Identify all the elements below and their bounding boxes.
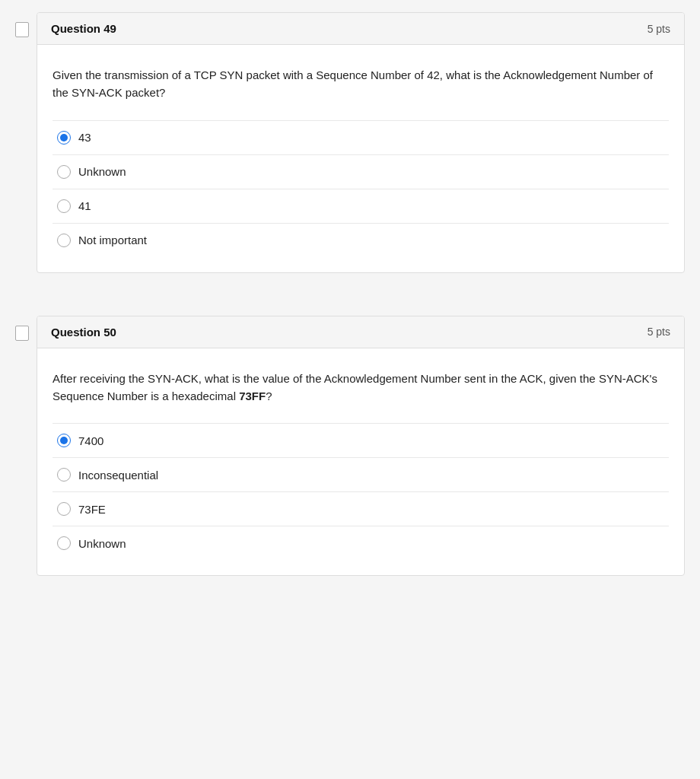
radio-50-b[interactable] [57,468,71,482]
radio-49-d[interactable] [57,234,71,247]
bookmark-49-icon[interactable] [15,22,29,37]
question-50-text-before: After receiving the SYN-ACK, what is the… [52,372,657,402]
radio-49-a[interactable] [57,131,71,145]
question-50-option-c[interactable]: 73FE [52,491,669,526]
question-50-text: After receiving the SYN-ACK, what is the… [52,370,669,405]
option-49-d-label: Not important [78,234,147,246]
question-50-option-b[interactable]: Inconsequential [52,457,669,491]
bookmark-50-icon[interactable] [15,326,29,341]
question-50-text-after: ? [266,390,272,402]
option-49-b-label: Unknown [78,165,126,178]
option-50-d-label: Unknown [78,537,126,550]
question-49-option-c[interactable]: 41 [52,189,669,223]
question-49-option-d[interactable]: Not important [52,223,669,257]
question-50-options: 7400 Inconsequential 73FE Unknown [52,423,669,560]
question-50-option-d[interactable]: Unknown [52,526,669,560]
radio-49-b[interactable] [57,165,71,179]
question-49-pts: 5 pts [648,23,670,35]
question-49-option-a[interactable]: 43 [52,120,669,154]
radio-50-a-inner [60,437,68,444]
question-49-card: Question 49 5 pts Given the transmission… [37,12,685,273]
question-50-title: Question 50 [51,326,116,339]
question-49-wrapper: Question 49 5 pts Given the transmission… [15,12,685,294]
question-50-text-bold: 73FF [239,390,266,402]
radio-50-d[interactable] [57,536,71,550]
option-50-a-label: 7400 [78,434,103,447]
option-49-a-label: 43 [78,131,91,144]
question-50-wrapper: Question 50 5 pts After receiving the SY… [15,316,685,598]
question-49-title: Question 49 [51,22,116,35]
radio-50-a[interactable] [57,434,71,447]
question-49-header: Question 49 5 pts [37,13,684,45]
question-49-body: Given the transmission of a TCP SYN pack… [37,45,684,272]
question-49-options: 43 Unknown 41 Not important [52,120,669,257]
option-50-b-label: Inconsequential [78,469,158,482]
question-49-text: Given the transmission of a TCP SYN pack… [52,66,669,102]
question-50-card: Question 50 5 pts After receiving the SY… [37,316,685,577]
question-50-header: Question 50 5 pts [37,316,684,348]
question-50-header-left: Question 50 [51,326,116,339]
question-50-pts: 5 pts [648,326,670,338]
radio-50-c[interactable] [57,502,71,516]
option-50-c-label: 73FE [78,503,106,516]
radio-49-a-inner [60,134,68,141]
question-49-option-b[interactable]: Unknown [52,154,669,189]
question-50-body: After receiving the SYN-ACK, what is the… [37,348,684,576]
bookmark-50-side [15,316,37,343]
question-49-header-left: Question 49 [51,22,116,35]
radio-49-c[interactable] [57,199,71,213]
question-50-option-a[interactable]: 7400 [52,423,669,457]
option-49-c-label: 41 [78,199,91,212]
bookmark-49-side [15,12,37,40]
